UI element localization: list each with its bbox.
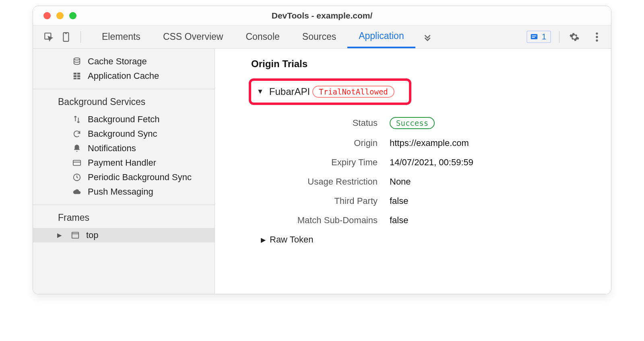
- divider: [559, 31, 559, 43]
- updown-icon: [72, 115, 82, 124]
- detail-label: Usage Restriction: [249, 177, 378, 187]
- sync-icon: [72, 129, 82, 138]
- clock-icon: [72, 173, 82, 182]
- issues-icon: [530, 33, 539, 41]
- detail-row-third-party: Third Party false: [249, 196, 611, 206]
- detail-value: https://example.com: [390, 138, 469, 148]
- issues-button[interactable]: 1: [526, 31, 551, 43]
- settings-button[interactable]: [568, 30, 581, 44]
- svg-rect-15: [77, 78, 80, 80]
- divider: [80, 31, 81, 43]
- sidebar-item-label: Payment Handler: [88, 158, 156, 168]
- sidebar-item-label: Periodic Background Sync: [88, 172, 192, 183]
- status-success-badge: Success: [390, 117, 435, 129]
- more-options-button[interactable]: [590, 30, 604, 44]
- main-panel: Origin Trials ▼ FubarAPI TrialNotAllowed…: [215, 49, 611, 294]
- detail-value: 14/07/2021, 00:59:59: [390, 157, 473, 168]
- sidebar-item-application-cache[interactable]: Application Cache: [33, 69, 215, 83]
- grid-icon: [72, 72, 82, 80]
- divider: [33, 89, 215, 89]
- issues-count: 1: [542, 32, 546, 41]
- sidebar: Cache Storage Application Cache Backgrou…: [33, 49, 215, 294]
- trial-status-badge: TrialNotAllowed: [312, 86, 394, 98]
- sidebar-item-label: Push Messaging: [88, 187, 153, 197]
- trial-row-highlighted: ▼ FubarAPI TrialNotAllowed: [249, 78, 411, 105]
- panel-tabs: Elements CSS Overview Console Sources Ap…: [91, 25, 415, 48]
- tab-console[interactable]: Console: [234, 25, 291, 48]
- detail-label: Match Sub-Domains: [249, 215, 378, 226]
- disclosure-triangle-icon[interactable]: ▼: [257, 88, 264, 96]
- disclosure-triangle-icon: ▶: [261, 236, 266, 244]
- gear-icon: [569, 32, 580, 42]
- close-window-button[interactable]: [43, 12, 51, 19]
- titlebar: DevTools - example.com/: [33, 6, 611, 25]
- sidebar-item-push-messaging[interactable]: Push Messaging: [33, 185, 215, 199]
- svg-point-9: [74, 58, 80, 60]
- window-title: DevTools - example.com/: [272, 11, 373, 21]
- svg-rect-10: [74, 73, 76, 75]
- detail-row-usage-restriction: Usage Restriction None: [249, 177, 611, 187]
- devtools-toolbar: Elements CSS Overview Console Sources Ap…: [33, 25, 611, 49]
- bell-icon: [72, 144, 82, 153]
- card-icon: [72, 158, 82, 167]
- sidebar-item-label: Background Fetch: [88, 114, 160, 125]
- tab-css-overview[interactable]: CSS Overview: [152, 25, 235, 48]
- svg-rect-4: [532, 35, 536, 36]
- detail-value: false: [390, 196, 408, 206]
- sidebar-item-label: Cache Storage: [88, 56, 147, 67]
- svg-rect-13: [77, 75, 80, 77]
- detail-label: Third Party: [249, 196, 378, 206]
- sidebar-item-label: Background Sync: [88, 129, 157, 139]
- tab-elements[interactable]: Elements: [91, 25, 152, 48]
- tab-application[interactable]: Application: [347, 25, 415, 48]
- detail-row-match-subdomains: Match Sub-Domains false: [249, 215, 611, 226]
- devtools-window: DevTools - example.com/ Elements CSS Ove…: [33, 6, 611, 294]
- sidebar-item-frame-top[interactable]: ▶ top: [33, 228, 215, 242]
- sidebar-group-background-services: Background Services: [33, 95, 215, 112]
- minimize-window-button[interactable]: [56, 12, 64, 19]
- sidebar-item-payment-handler[interactable]: Payment Handler: [33, 156, 215, 170]
- disclosure-triangle-icon: ▶: [57, 232, 64, 239]
- detail-row-expiry: Expiry Time 14/07/2021, 00:59:59: [249, 157, 611, 168]
- window-icon: [70, 231, 80, 240]
- sidebar-item-label: Notifications: [88, 143, 136, 154]
- svg-point-7: [596, 36, 598, 38]
- raw-token-label: Raw Token: [270, 234, 313, 245]
- sidebar-item-cache-storage[interactable]: Cache Storage: [33, 54, 215, 69]
- svg-rect-16: [73, 160, 80, 166]
- svg-point-6: [596, 32, 598, 34]
- toolbar-right: 1: [526, 30, 604, 44]
- database-icon: [72, 57, 82, 66]
- content-area: Cache Storage Application Cache Backgrou…: [33, 49, 611, 294]
- sidebar-item-periodic-background-sync[interactable]: Periodic Background Sync: [33, 170, 215, 185]
- detail-label: Status: [249, 118, 378, 128]
- more-tabs-button[interactable]: [415, 25, 439, 48]
- maximize-window-button[interactable]: [69, 12, 76, 19]
- detail-row-status: Status Success: [249, 117, 611, 129]
- trial-details: Status Success Origin https://example.co…: [249, 117, 611, 226]
- panel-title: Origin Trials: [215, 58, 611, 70]
- tab-sources[interactable]: Sources: [291, 25, 347, 48]
- sidebar-item-background-sync[interactable]: Background Sync: [33, 127, 215, 141]
- detail-value: None: [390, 177, 411, 187]
- svg-point-8: [596, 39, 598, 41]
- detail-label: Expiry Time: [249, 157, 378, 168]
- sidebar-item-label: Application Cache: [88, 71, 159, 81]
- cloud-icon: [72, 187, 82, 196]
- svg-rect-14: [74, 78, 76, 80]
- trial-name: FubarAPI: [269, 86, 310, 97]
- raw-token-toggle[interactable]: ▶ Raw Token: [261, 234, 611, 245]
- sidebar-item-label: top: [86, 230, 99, 240]
- sidebar-item-background-fetch[interactable]: Background Fetch: [33, 112, 215, 127]
- sidebar-item-notifications[interactable]: Notifications: [33, 141, 215, 156]
- sidebar-group-frames: Frames: [33, 211, 215, 228]
- inspect-element-icon[interactable]: [42, 30, 56, 44]
- divider: [33, 205, 215, 205]
- window-controls: [33, 12, 76, 19]
- detail-label: Origin: [249, 138, 378, 148]
- kebab-icon: [595, 32, 599, 42]
- detail-value: false: [390, 215, 408, 226]
- svg-rect-19: [72, 232, 79, 238]
- svg-rect-3: [531, 34, 538, 39]
- device-toolbar-icon[interactable]: [60, 30, 73, 44]
